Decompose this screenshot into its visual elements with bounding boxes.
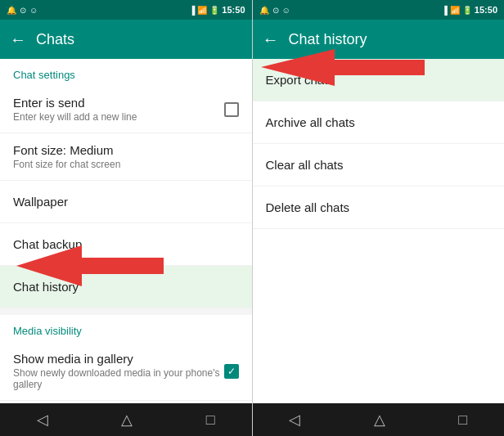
left-nav-home[interactable]: △ xyxy=(105,404,149,435)
clock-icon: ⊙ xyxy=(20,6,26,15)
enter-is-send-title: Enter is send xyxy=(13,96,224,110)
enter-is-send-item[interactable]: Enter is send Enter key will add a new l… xyxy=(0,86,252,133)
chat-backup-item[interactable]: Chat backup xyxy=(0,223,252,266)
enter-is-send-checkbox[interactable] xyxy=(224,102,239,117)
right-status-bar: 🔔 ⊙ ☺ ▐ 📶 🔋 15:50 xyxy=(253,0,505,20)
wallpaper-title: Wallpaper xyxy=(13,195,239,209)
export-chat-title: Export chat xyxy=(266,73,492,87)
font-size-item[interactable]: Font size: Medium Font size for chat scr… xyxy=(0,133,252,181)
right-nav-square[interactable]: □ xyxy=(442,405,484,435)
left-back-button[interactable]: ← xyxy=(10,30,26,49)
right-battery-icon: 🔋 xyxy=(462,6,472,15)
right-sim-icon: ▐ xyxy=(442,6,448,15)
show-media-item[interactable]: Show media in gallery Show newly downloa… xyxy=(0,342,252,401)
right-toolbar-title: Chat history xyxy=(289,31,495,48)
right-notification-icon: 🔔 xyxy=(259,6,269,15)
right-clock-icon: ⊙ xyxy=(272,6,279,15)
wallpaper-item[interactable]: Wallpaper xyxy=(0,181,252,223)
right-nav-bar: ◁ △ □ xyxy=(253,403,505,436)
chat-backup-title: Chat backup xyxy=(13,237,239,251)
chat-history-item[interactable]: Chat history xyxy=(0,266,252,308)
right-back-button[interactable]: ← xyxy=(263,30,279,49)
show-media-checkbox[interactable] xyxy=(224,364,239,379)
clear-all-item[interactable]: Clear all chats xyxy=(253,144,505,187)
battery-icon: 🔋 xyxy=(209,6,219,15)
archive-all-title: Archive all chats xyxy=(266,115,492,129)
clear-all-title: Clear all chats xyxy=(266,158,492,172)
show-media-subtitle: Show newly downloaded media in your phon… xyxy=(13,367,224,390)
delete-all-item[interactable]: Delete all chats xyxy=(253,187,505,229)
right-nav-home[interactable]: △ xyxy=(358,404,402,435)
left-nav-square[interactable]: □ xyxy=(190,405,232,435)
enter-is-send-subtitle: Enter key will add a new line xyxy=(13,111,224,123)
section-divider xyxy=(0,308,252,315)
left-toolbar: ← Chats xyxy=(0,20,252,59)
export-chat-item[interactable]: Export chat xyxy=(253,59,505,101)
right-toolbar: ← Chat history xyxy=(253,20,505,59)
right-wifi-icon: 📶 xyxy=(450,6,460,15)
left-nav-back[interactable]: ◁ xyxy=(20,404,65,435)
left-status-bar: 🔔 ⊙ ☺ ▐ 📶 🔋 15:50 xyxy=(0,0,252,20)
notification-icon: 🔔 xyxy=(7,6,16,15)
chat-history-title: Chat history xyxy=(13,280,239,294)
media-visibility-header: Media visibility xyxy=(0,315,252,342)
archive-all-item[interactable]: Archive all chats xyxy=(253,101,505,144)
chat-settings-header: Chat settings xyxy=(0,59,252,86)
delete-all-title: Delete all chats xyxy=(266,200,492,214)
left-nav-bar: ◁ △ □ xyxy=(0,403,252,436)
emoji-icon: ☺ xyxy=(29,6,38,15)
right-nav-back[interactable]: ◁ xyxy=(272,404,317,435)
font-size-subtitle: Font size for chat screen xyxy=(13,159,239,170)
right-content: Export chat Archive all chats Clear all … xyxy=(253,59,505,403)
left-time: 15:50 xyxy=(222,5,245,15)
right-time: 15:50 xyxy=(475,5,497,15)
wifi-icon: 📶 xyxy=(197,6,207,15)
show-media-title: Show media in gallery xyxy=(13,352,224,366)
left-toolbar-title: Chats xyxy=(36,31,242,48)
font-size-title: Font size: Medium xyxy=(13,143,239,157)
left-content: Chat settings Enter is send Enter key wi… xyxy=(0,59,252,403)
sim-icon: ▐ xyxy=(189,6,195,15)
right-emoji-icon: ☺ xyxy=(282,6,290,15)
